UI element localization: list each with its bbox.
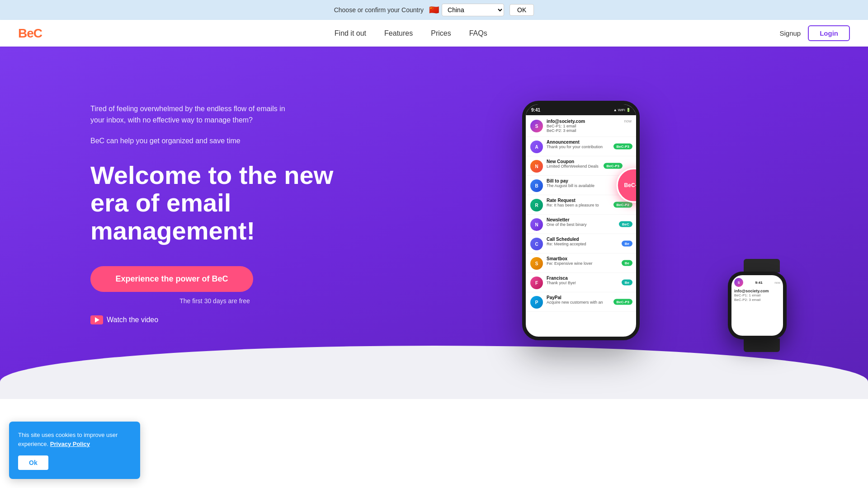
phone-mockup: 9:41 ▲ WiFi 🔋 S info@society.com BeC-P1:…: [522, 101, 640, 340]
watch-avatar: S: [734, 278, 743, 287]
notif-francisca: F Francisca Thank you! Bye! Be: [526, 273, 636, 292]
notif-avatar-coupon: N: [530, 160, 543, 173]
nav-links: Find it out Features Prices FAQs: [335, 29, 487, 38]
notif-sender: info@society.com: [547, 119, 632, 124]
watch-screen: S 9:41 now info@society.com BeC-P1: 1 em…: [731, 275, 783, 336]
bec-badge-smart: Be: [622, 260, 632, 266]
hero-text: Tired of feeling overwhelmed by the endl…: [90, 103, 339, 325]
flag-icon: 🇨🇳: [429, 5, 439, 15]
notif-rate: R Rate Request Re: It has been a pleasur…: [526, 195, 636, 215]
notif-item-society: S info@society.com BeC-P1: 1 email BeC-P…: [526, 115, 636, 137]
notif-avatar-bill: B: [530, 179, 543, 192]
notif-avatar-pp: P: [530, 296, 543, 309]
bec-badge-p3-ann: BeC-P3: [613, 144, 632, 150]
notif-text-f: Thank you! Bye!: [547, 281, 632, 285]
notif-text-call: Re: Meeting accepted: [547, 242, 632, 246]
hero-section: Tired of feeling overwhelmed by the endl…: [0, 47, 868, 399]
notif-content-call: Call Scheduled Re: Meeting accepted: [547, 237, 632, 246]
watch-top-bar: S 9:41 now: [734, 278, 780, 287]
watch-video-link[interactable]: Watch the video: [90, 315, 339, 324]
phone-status-icons: ▲ WiFi 🔋: [613, 108, 631, 112]
cta-subtitle: The first 30 days are free: [90, 297, 339, 305]
banner-label: Choose or confirm your Country: [334, 6, 424, 14]
notif-avatar-call: C: [530, 238, 543, 250]
play-icon: [90, 315, 103, 324]
top-banner: Choose or confirm your Country 🇨🇳 China …: [0, 0, 868, 20]
signup-link[interactable]: Signup: [779, 29, 801, 37]
hero-tagline: Tired of feeling overwhelmed by the endl…: [90, 103, 298, 126]
notif-avatar-society: S: [530, 120, 543, 132]
bec-badge-coupon: BeC-P3: [604, 163, 623, 169]
nav-faqs[interactable]: FAQs: [469, 29, 487, 37]
nav-features[interactable]: Features: [384, 29, 413, 37]
notif-sender-smart: Smartbox: [547, 256, 632, 261]
notif-content-f: Francisca Thank you! Bye!: [547, 276, 632, 285]
watch-msg-1: BeC-P1: 1 email: [734, 293, 780, 298]
notif-sender-call: Call Scheduled: [547, 237, 632, 242]
bec-badge-nl: BeC: [619, 221, 632, 227]
navbar: BeC Find it out Features Prices FAQs Sig…: [0, 20, 868, 47]
notif-bill: B Bill to pay The August bill is availab…: [526, 176, 636, 195]
watch-band-top: [744, 259, 780, 272]
cta-button[interactable]: Experience the power of BeC: [90, 266, 253, 292]
country-select-wrap[interactable]: 🇨🇳 China United States United Kingdom: [429, 4, 504, 16]
notif-content-smart: Smartbox Fw: Expensive wine lover: [547, 256, 632, 266]
bec-badge-f: Be: [622, 280, 632, 286]
nav-right: Signup Login: [779, 25, 850, 41]
watch-body: S 9:41 now info@society.com BeC-P1: 1 em…: [728, 272, 787, 339]
watch-msg-2: BeC-P2: 3 email: [734, 298, 780, 302]
phone-time: 9:41: [531, 108, 540, 113]
bec-badge-pp: BeC-P3: [613, 299, 632, 305]
notif-avatar-rate: R: [530, 199, 543, 211]
notif-coupon: N New Coupon Limited OfferWeekend Deals …: [526, 156, 636, 176]
nav-prices[interactable]: Prices: [431, 29, 451, 37]
notif-avatar-nl: N: [530, 218, 543, 231]
notif-text-smart: Fw: Expensive wine lover: [547, 261, 632, 266]
notif-sender-nl: Newsletter: [547, 217, 632, 222]
watch-now: now: [774, 281, 780, 284]
watch-mockup: S 9:41 now info@society.com BeC-P1: 1 em…: [728, 259, 796, 340]
watch-video-label: Watch the video: [107, 316, 158, 324]
notif-avatar-smart: S: [530, 257, 543, 270]
hero-title: Welcome to the new era of email manageme…: [90, 161, 339, 245]
bec-badge-rate: BeC-P2: [613, 202, 632, 208]
hero-helper: BeC can help you get organized and save …: [90, 137, 339, 145]
notif-time: now: [624, 119, 632, 123]
notif-text-2: BeC-P2: 3 email: [547, 128, 632, 133]
notif-newsletter: N Newsletter One of the best binary BeC: [526, 215, 636, 234]
notif-announcement: A Announcement Thank you for your contri…: [526, 137, 636, 156]
login-button[interactable]: Login: [808, 25, 850, 41]
ok-button[interactable]: OK: [509, 4, 534, 16]
notif-content-society: info@society.com BeC-P1: 1 email BeC-P2:…: [547, 119, 632, 133]
notif-smart: S Smartbox Fw: Expensive wine lover Be: [526, 253, 636, 273]
hero-devices: 9:41 ▲ WiFi 🔋 S info@society.com BeC-P1:…: [339, 78, 823, 349]
phone-notch: 9:41 ▲ WiFi 🔋: [526, 104, 636, 115]
notif-sender-f: Francisca: [547, 276, 632, 281]
notif-avatar-ann: A: [530, 141, 543, 153]
notif-avatar-f: F: [530, 277, 543, 289]
watch-band-bottom: [744, 338, 780, 352]
play-triangle-icon: [95, 317, 99, 323]
notif-paypal: P PayPal Acquire new customers with an B…: [526, 292, 636, 312]
nav-find-it-out[interactable]: Find it out: [335, 29, 366, 37]
watch-sender: info@society.com: [734, 289, 780, 293]
country-select[interactable]: China United States United Kingdom: [442, 4, 504, 16]
notif-call: C Call Scheduled Re: Meeting accepted Be: [526, 234, 636, 253]
logo[interactable]: BeC: [18, 26, 42, 41]
bec-badge-call: Be: [622, 241, 632, 247]
watch-time: 9:41: [755, 281, 763, 285]
notif-text-1: BeC-P1: 1 email: [547, 124, 632, 128]
